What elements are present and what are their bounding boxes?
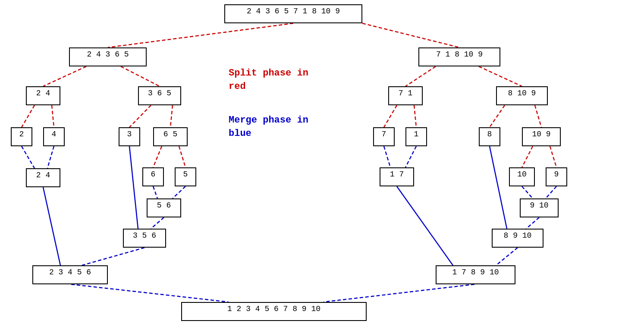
node-ll-m: 2 4	[26, 168, 60, 187]
node-rrrr3: 9	[546, 167, 567, 186]
node-lr2: 3 6 5	[138, 86, 181, 105]
node-left1: 2 4 3 6 5	[69, 47, 147, 66]
node-left-m: 2 3 4 5 6	[32, 265, 108, 284]
node-rl2: 7 1	[388, 86, 423, 105]
node-lrl-m: 3 5 6	[123, 229, 166, 248]
node-rr-m: 9 10	[520, 198, 559, 217]
node-rrl-m: 8 9 10	[492, 229, 543, 248]
node-root: 2 4 3 6 5 7 1 8 10 9	[224, 4, 362, 23]
node-rrrl3: 10	[509, 167, 535, 186]
node-ll2: 2 4	[26, 86, 60, 105]
node-lr-m: 5 6	[147, 198, 181, 217]
node-rlr3: 1	[405, 127, 427, 146]
node-rrr3: 10 9	[522, 127, 561, 146]
node-rll3: 7	[373, 127, 395, 146]
node-right1: 7 1 8 10 9	[418, 47, 500, 66]
node-rrl3: 8	[479, 127, 500, 146]
node-lrrl3: 6	[142, 167, 164, 186]
node-lrl3: 3	[119, 127, 140, 146]
node-lrrr3: 5	[175, 167, 196, 186]
node-lll3: 2	[11, 127, 32, 146]
node-final: 1 2 3 4 5 6 7 8 9 10	[181, 302, 367, 321]
node-rl-m: 1 7	[380, 167, 414, 186]
node-lrr3: 6 5	[153, 127, 188, 146]
node-right-m: 1 7 8 9 10	[436, 265, 515, 284]
node-rr2: 8 10 9	[496, 86, 548, 105]
node-llr3: 4	[43, 127, 65, 146]
